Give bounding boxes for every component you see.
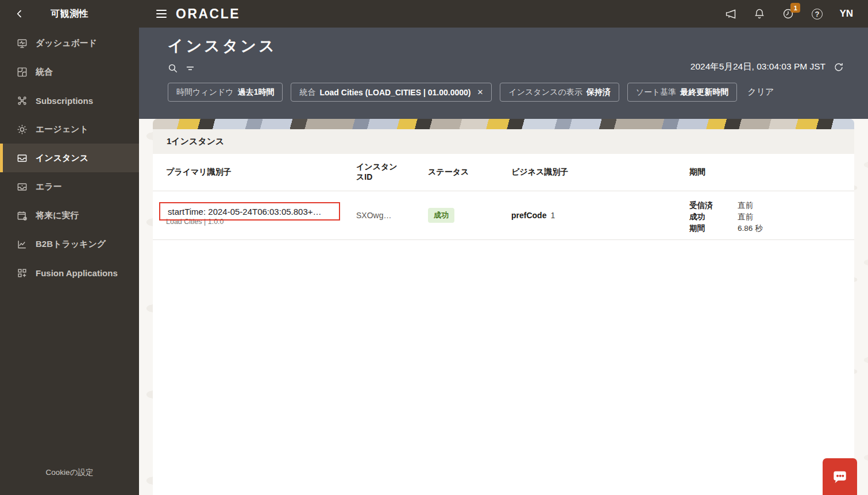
hamburger-menu-icon[interactable] xyxy=(156,10,167,18)
instances-icon xyxy=(16,152,28,164)
sidebar-item-label: B2Bトラッキング xyxy=(36,239,106,250)
sidebar-item-errors[interactable]: エラー xyxy=(0,172,139,201)
sidebar-item-integrations[interactable]: 統合 xyxy=(0,57,139,86)
instances-card: 1インスタンス プライマリ識別子 インスタンスID ステータス ビジネス識別子 … xyxy=(153,129,854,495)
search-icon[interactable] xyxy=(168,63,178,74)
topbar-actions: 1 ? YN xyxy=(724,7,853,20)
duration-row-succeeded: 成功 直前 xyxy=(689,211,854,223)
sidebar-item-label: エージェント xyxy=(36,124,88,135)
recent-activity-button[interactable]: 1 xyxy=(782,7,794,20)
filter-chip-instance-display[interactable]: インスタンスの表示 保持済 xyxy=(500,83,619,102)
sidebar-item-instances[interactable]: インスタンス xyxy=(0,144,139,172)
business-identifier-value: 1 xyxy=(550,211,555,220)
column-header-primary-identifier: プライマリ識別子 xyxy=(153,167,356,177)
duration-row-duration: 期間 6.86 秒 xyxy=(689,223,854,234)
b2b-tracking-icon xyxy=(16,238,28,250)
instance-id-value: SXOwg… xyxy=(356,211,391,220)
annotation-highlight-box: startTime: 2024-05-24T06:03:05.803+… xyxy=(159,202,340,221)
megaphone-icon xyxy=(725,8,737,20)
app-root: 可観測性 ダッシュボード 統合 Subscriptions xyxy=(0,0,868,495)
sidebar-item-label: 統合 xyxy=(36,67,53,78)
content-area: 1インスタンス プライマリ識別子 インスタンスID ステータス ビジネス識別子 … xyxy=(139,119,868,495)
oracle-logo[interactable]: ORACLE xyxy=(176,6,240,22)
duration-grid: 受信済 直前 成功 直前 期間 6.86 秒 xyxy=(689,191,854,234)
help-icon: ? xyxy=(812,9,823,20)
sidebar-item-future-runs[interactable]: 将来に実行 xyxy=(0,201,139,230)
business-identifier-name: prefCode xyxy=(511,211,546,220)
sidebar-header: 可観測性 xyxy=(0,0,139,28)
dashboard-icon xyxy=(16,37,28,49)
remove-filter-icon[interactable]: ✕ xyxy=(477,88,483,96)
agents-icon xyxy=(16,123,28,135)
primary-identifier-value[interactable]: startTime: 2024-05-24T06:03:05.803+… xyxy=(168,207,322,216)
sidebar-item-b2b-tracking[interactable]: B2Bトラッキング xyxy=(0,230,139,258)
status-badge: 成功 xyxy=(428,208,454,223)
status-cell: 成功 xyxy=(428,191,511,239)
fusion-apps-icon xyxy=(16,267,28,279)
notifications-button[interactable] xyxy=(753,7,766,20)
decorative-banner xyxy=(153,119,854,129)
sidebar-item-subscriptions[interactable]: Subscriptions xyxy=(0,86,139,115)
duration-cell: 受信済 直前 成功 直前 期間 6.86 秒 xyxy=(689,191,854,239)
column-header-status: ステータス xyxy=(428,167,511,177)
activity-count-badge: 1 xyxy=(790,3,800,13)
instance-id-cell: SXOwg… xyxy=(356,191,428,239)
search-filter-row xyxy=(168,63,195,74)
filter-chip-sort-by[interactable]: ソート基準 最終更新時間 xyxy=(627,83,738,102)
business-identifier-cell: prefCode 1 xyxy=(511,191,689,239)
table-header-row: プライマリ識別子 インスタンスID ステータス ビジネス識別子 期間 xyxy=(153,154,854,191)
user-avatar[interactable]: YN xyxy=(839,8,853,20)
back-button[interactable] xyxy=(13,7,26,21)
chevron-left-icon xyxy=(15,9,24,18)
sidebar: 可観測性 ダッシュボード 統合 Subscriptions xyxy=(0,0,139,495)
filter-icon[interactable] xyxy=(185,63,195,74)
integrations-icon xyxy=(16,66,28,78)
filter-chips-row: 時間ウィンドウ 過去1時間 統合 Load Cities (LOAD_CITIE… xyxy=(168,83,774,102)
column-header-business-identifier: ビジネス識別子 xyxy=(511,167,689,177)
filter-chip-integration[interactable]: 統合 Load Cities (LOAD_CITIES | 01.00.0000… xyxy=(291,83,492,102)
subscriptions-icon xyxy=(16,95,28,106)
page-title: インスタンス xyxy=(168,36,277,56)
filter-chip-time-window[interactable]: 時間ウィンドウ 過去1時間 xyxy=(168,83,283,102)
table-row[interactable]: startTime: 2024-05-24T06:03:05.803+… Loa… xyxy=(153,191,854,240)
timestamp-row: 2024年5月24日, 03:04:03 PM JST xyxy=(690,61,844,73)
duration-row-received: 受信済 直前 xyxy=(689,200,854,211)
refresh-icon[interactable] xyxy=(834,62,844,72)
errors-icon xyxy=(16,181,28,192)
cookie-settings-link[interactable]: Cookieの設定 xyxy=(0,467,139,478)
column-header-duration: 期間 xyxy=(689,167,854,177)
last-refresh-timestamp: 2024年5月24日, 03:04:03 PM JST xyxy=(690,61,825,73)
sidebar-nav: ダッシュボード 統合 Subscriptions エージェント xyxy=(0,29,139,287)
chat-fab-button[interactable] xyxy=(823,458,857,495)
primary-identifier-cell: startTime: 2024-05-24T06:03:05.803+… Loa… xyxy=(153,191,356,239)
sidebar-item-fusion-applications[interactable]: Fusion Applications xyxy=(0,258,139,287)
sidebar-item-label: Subscriptions xyxy=(36,96,93,106)
column-header-instance-id: インスタンスID xyxy=(356,162,428,183)
page-header: インスタンス 2024年5月24日, 03:04:03 PM JST 時間ウィン… xyxy=(139,28,868,119)
help-button[interactable]: ? xyxy=(811,7,823,20)
instance-count-header: 1インスタンス xyxy=(153,129,854,154)
sidebar-item-label: ダッシュボード xyxy=(36,38,97,49)
sidebar-item-label: エラー xyxy=(36,181,62,192)
sidebar-item-label: 将来に実行 xyxy=(36,210,79,221)
sidebar-item-label: Fusion Applications xyxy=(36,268,118,278)
future-runs-icon xyxy=(16,210,28,221)
announcements-button[interactable] xyxy=(724,7,737,20)
sidebar-item-dashboard[interactable]: ダッシュボード xyxy=(0,29,139,57)
chat-bubble-icon xyxy=(831,467,849,486)
clear-filters-link[interactable]: クリア xyxy=(747,87,774,98)
topbar: ORACLE 1 ? YN xyxy=(139,0,868,28)
sidebar-item-agents[interactable]: エージェント xyxy=(0,115,139,144)
bell-icon xyxy=(754,8,765,20)
sidebar-item-label: インスタンス xyxy=(36,153,88,164)
